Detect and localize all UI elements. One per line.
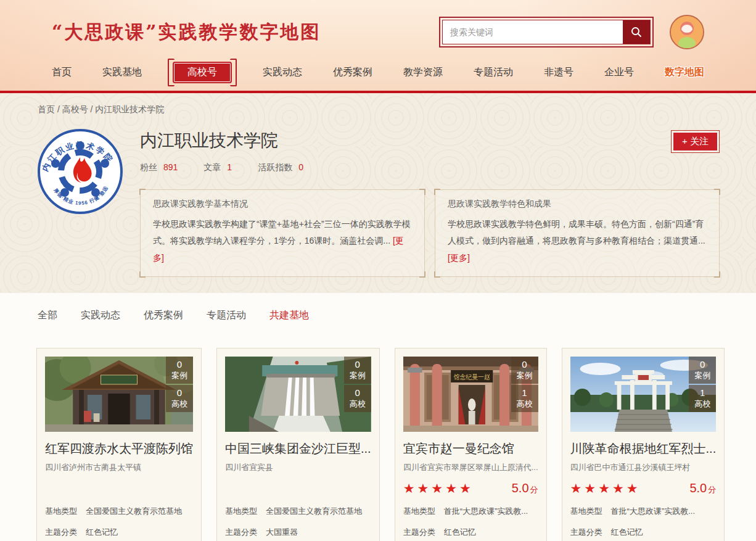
base-card[interactable]: 0案例 1高校 川陕革命根据地红军烈士... 四川省巴中市通江县沙溪镇王坪村 ★… (562, 348, 725, 541)
schools-count: 1 (511, 387, 538, 399)
search-input[interactable] (443, 20, 623, 44)
breadcrumb-separator: / (88, 104, 96, 114)
nav-enterprise-accounts[interactable]: 企业号 (604, 66, 634, 79)
nav-digital-map[interactable]: 数字地图 (665, 66, 704, 79)
site-logo-title[interactable]: “大思政课”实践教学数字地图 (52, 20, 439, 45)
info-box-title: 思政课实践教学特色和成果 (448, 199, 707, 210)
tab-special-activities[interactable]: 专题活动 (207, 309, 246, 322)
site-header: “大思政课”实践教学数字地图 首页 实践基地 (0, 0, 756, 93)
base-card[interactable]: 馆念纪曼一赵 0案例 1高校 宜宾市赵一曼纪念馆 四川省宜宾市翠屏区翠 (395, 348, 547, 541)
schools-label: 高校 (689, 399, 716, 409)
nav-university-accounts[interactable]: 高校号 (173, 62, 232, 83)
base-type-row: 基地类型首批“大思政课”实践教... (403, 506, 538, 517)
tab-excellent-cases[interactable]: 优秀案例 (144, 309, 183, 322)
rating-row: ★★★★★ 5.0分 (570, 479, 717, 498)
info-box-title: 思政课实践教学基本情况 (153, 199, 412, 210)
base-location: 四川省泸州市古蔺县太平镇 (45, 462, 193, 473)
theme-label: 主题分类 (45, 527, 77, 537)
theme-value: 红色记忆 (444, 527, 476, 537)
plaque-text: 馆念纪曼一赵 (453, 373, 490, 381)
profile-stats: 粉丝891 文章1 活跃指数0 (140, 162, 720, 173)
base-title[interactable]: 中国三峡集团金沙江巨型... (225, 440, 371, 457)
cases-count: 0 (166, 358, 193, 370)
base-type-row: 基地类型全国爱国主义教育示范基地 (225, 506, 371, 517)
nav-teaching-resources[interactable]: 教学资源 (403, 66, 443, 79)
breadcrumb-current: 内江职业技术学院 (95, 104, 164, 114)
base-title[interactable]: 川陕革命根据地红军烈士... (570, 440, 717, 457)
box-corner (434, 189, 440, 195)
base-type-value: 首批“大思政课”实践教... (611, 506, 696, 516)
content-tabs: 全部 实践动态 优秀案例 专题活动 共建基地 (36, 309, 720, 322)
activity-index-label: 活跃指数 (258, 162, 292, 172)
articles-label: 文章 (203, 162, 221, 172)
schools-count: 1 (689, 387, 716, 399)
base-type-value: 全国爱国主义教育示范基地 (86, 506, 182, 516)
info-box-basic: 思政课实践教学基本情况 学校思政课实践教学构建了“课堂+基地+社会”三位一体的实… (140, 189, 425, 277)
cases-count: 0 (689, 358, 716, 370)
base-card[interactable]: 0案例 0高校 红军四渡赤水太平渡陈列馆 四川省泸州市古蔺县太平镇 基地类型全国… (36, 348, 202, 541)
base-card-grid: 0案例 0高校 红军四渡赤水太平渡陈列馆 四川省泸州市古蔺县太平镇 基地类型全国… (36, 348, 720, 541)
box-corner (419, 271, 425, 278)
breadcrumb-separator: / (55, 104, 62, 114)
theme-value: 红色记忆 (611, 527, 643, 537)
nav-special-activities[interactable]: 专题活动 (474, 66, 513, 79)
profile-section: 首页 / 高校号 / 内江职业技术学院 内江职业技术学院 厚德·精业 1956 … (0, 93, 756, 293)
main-nav: 首页 实践基地 高校号 实践动态 优秀案例 教学资源 专题活动 非遗号 企业号 … (36, 58, 720, 91)
nav-intangible-heritage[interactable]: 非遗号 (544, 66, 573, 79)
tab-all[interactable]: 全部 (38, 309, 57, 322)
base-title[interactable]: 红军四渡赤水太平渡陈列馆 (45, 440, 193, 457)
base-title[interactable]: 宜宾市赵一曼纪念馆 (403, 440, 538, 457)
schools-count: 0 (166, 387, 193, 399)
activity-index-value: 0 (298, 162, 303, 172)
cases-count: 0 (511, 358, 538, 370)
breadcrumb-home[interactable]: 首页 (38, 104, 55, 114)
card-stats-badge: 0案例 0高校 (344, 357, 371, 413)
nav-excellent-cases[interactable]: 优秀案例 (333, 66, 372, 79)
schools-label: 高校 (166, 399, 193, 409)
base-type-label: 基地类型 (45, 506, 77, 516)
base-card[interactable]: 0案例 0高校 中国三峡集团金沙江巨型... 四川省宜宾县 基地类型全国爱国主义… (216, 348, 380, 541)
follow-button[interactable]: + 关注 (673, 132, 718, 151)
schools-count: 0 (344, 387, 371, 399)
search-icon (630, 26, 643, 38)
base-type-value: 首批“大思政课”实践教... (444, 506, 528, 516)
theme-label: 主题分类 (570, 527, 602, 537)
base-photo-dam: 0案例 0高校 (225, 357, 371, 432)
cases-label: 案例 (511, 370, 538, 381)
more-link[interactable]: [更多] (448, 253, 470, 263)
college-name: 内江职业技术学院 (140, 126, 720, 152)
tab-cobuilt-bases[interactable]: 共建基地 (269, 309, 309, 322)
fans-count: 891 (163, 162, 178, 172)
nav-practice-bases[interactable]: 实践基地 (102, 66, 142, 79)
info-box-body: 学校思政课实践教学特色鲜明，成果丰硕。特色方面，创新“四通”育人模式，做到内容融… (448, 219, 705, 246)
rating-row-empty (45, 479, 193, 498)
box-corner (714, 189, 720, 195)
user-avatar[interactable] (670, 15, 704, 49)
rating-row-empty (225, 479, 371, 498)
box-corner (139, 189, 146, 195)
box-corner (139, 271, 146, 278)
schools-label: 高校 (511, 399, 538, 409)
base-location: 四川省巴中市通江县沙溪镇王坪村 (570, 462, 717, 473)
card-stats-badge: 0案例 0高校 (166, 357, 193, 413)
theme-row: 主题分类红色记忆 (45, 527, 193, 538)
cases-label: 案例 (689, 370, 716, 381)
rating-score: 5.0 (689, 481, 707, 495)
tab-practice-news[interactable]: 实践动态 (81, 309, 120, 322)
star-rating-icons: ★★★★★ (403, 481, 474, 496)
theme-value: 红色记忆 (86, 527, 118, 537)
base-location: 四川省宜宾县 (225, 462, 371, 473)
search-button[interactable] (623, 20, 650, 44)
breadcrumb-university-accounts[interactable]: 高校号 (62, 104, 88, 114)
box-corner (419, 189, 425, 195)
base-photo-archway: 0案例 1高校 (570, 357, 717, 432)
star-rating-icons: ★★★★★ (570, 481, 641, 496)
nav-practice-news[interactable]: 实践动态 (263, 66, 302, 79)
info-box-achievements: 思政课实践教学特色和成果 学校思政课实践教学特色鲜明，成果丰硕。特色方面，创新“… (435, 189, 720, 277)
base-type-row: 基地类型全国爱国主义教育示范基地 (45, 506, 193, 517)
fans-label: 粉丝 (140, 162, 157, 172)
rating-unit: 分 (708, 485, 716, 494)
base-type-label: 基地类型 (403, 506, 435, 516)
nav-home[interactable]: 首页 (52, 66, 72, 79)
base-type-label: 基地类型 (225, 506, 257, 516)
